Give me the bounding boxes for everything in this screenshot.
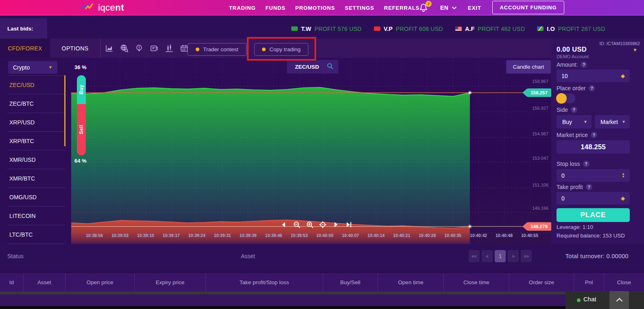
trading-app: iqcent TRADINGFUNDSPROMOTIONSSETTINGSREF…: [0, 0, 644, 309]
place-order-label: Place order ?: [557, 85, 595, 91]
sidebar-item-xmr-usd[interactable]: XMR/USD: [7, 150, 65, 169]
chevron-up-icon: [616, 298, 622, 305]
tab-cfd-forex[interactable]: CFD/FOREX: [0, 39, 50, 58]
asset-sidebar: Crypto ▼ ZEC/USDZEC/BTCXRP/USDXRP/BTCXMR…: [0, 58, 71, 244]
symbol-search-input[interactable]: ZEC/USD: [287, 60, 338, 74]
idea-icon[interactable]: [134, 44, 144, 53]
pagination-next[interactable]: >: [508, 250, 519, 262]
take-profit-input[interactable]: 0 ◆: [557, 192, 630, 205]
flag-icon: [291, 26, 298, 31]
order-panel: ID: ICTAM10369862 0.00 USD ▼ DEMO Accoun…: [551, 39, 644, 244]
price-tick-label: 156.927: [532, 106, 548, 111]
language-selector[interactable]: EN: [440, 0, 456, 15]
pagination-page[interactable]: 1: [495, 250, 506, 262]
diamond-stepper-icon[interactable]: ◆: [621, 196, 625, 201]
help-icon[interactable]: ?: [571, 107, 577, 113]
help-icon[interactable]: ?: [581, 61, 587, 68]
nav-item-funds[interactable]: FUNDS: [266, 5, 286, 11]
candle-chart-button[interactable]: Candle chart: [506, 60, 551, 74]
asset-category-dropdown[interactable]: Crypto ▼: [8, 61, 57, 74]
nav-item-settings[interactable]: SETTINGS: [345, 5, 374, 11]
sidebar-scrollbar[interactable]: [64, 75, 65, 146]
toggle-knob[interactable]: [556, 93, 567, 104]
sidebar-item-xrp-usd[interactable]: XRP/USD: [7, 113, 65, 132]
side-dropdown[interactable]: Buy ▼: [557, 115, 592, 128]
nav-item-trading[interactable]: TRADING: [229, 5, 256, 11]
chart-zoom-in-button[interactable]: [306, 220, 314, 228]
tab-options[interactable]: OPTIONS: [50, 39, 100, 58]
horizontal-scrollbar[interactable]: [0, 292, 644, 294]
help-icon[interactable]: ?: [589, 85, 595, 91]
diamond-stepper-icon[interactable]: ◆: [621, 73, 625, 78]
pagination-prev[interactable]: <: [482, 250, 493, 262]
trader-profit: PROFIT 576 USD: [314, 26, 362, 32]
svg-text:158.257: 158.257: [530, 90, 548, 95]
balance-value[interactable]: 0.00 USD: [557, 46, 587, 53]
pagination-last[interactable]: >>: [521, 250, 532, 262]
chart-jump-latest-button[interactable]: [345, 220, 353, 228]
time-tick-label: 10:40:28: [419, 233, 436, 238]
order-type-value: Market: [600, 119, 618, 125]
chart-pan-right-button[interactable]: [332, 220, 340, 228]
chart-zoom-out-button[interactable]: [293, 220, 301, 228]
copy-trading-button[interactable]: Copy trading: [254, 43, 308, 56]
sidebar-item-xmr-btc[interactable]: XMR/BTC: [7, 169, 65, 188]
logo[interactable]: iqcent: [81, 2, 124, 13]
amount-label: Amount: ?: [557, 61, 587, 68]
logo-text: iqcent: [98, 2, 124, 13]
price-chart[interactable]: 158.867156.927154.987153.047151.106149.1…: [71, 58, 551, 244]
sidebar-item-xrp-btc[interactable]: XRP/BTC: [7, 132, 65, 150]
sidebar-item-zec-usd[interactable]: ZEC/USD: [7, 76, 65, 94]
amount-input[interactable]: 10 ◆: [557, 70, 630, 82]
help-icon[interactable]: ?: [586, 184, 592, 190]
account-funding-button[interactable]: ACCOUNT FUNDING: [492, 1, 564, 14]
price-tick-label: 158.867: [532, 79, 548, 84]
profit-ticker: V.PPROFIT 608 USD: [374, 26, 443, 32]
stop-loss-value: 0: [561, 172, 565, 179]
balance-dropdown-caret[interactable]: ▼: [633, 47, 637, 53]
account-id: ID: ICTAM10369862: [600, 41, 640, 46]
chat-expand-button[interactable]: [609, 291, 629, 309]
side-value: Buy: [562, 119, 572, 125]
price-tick-label: 149.166: [532, 206, 548, 211]
stop-loss-input[interactable]: 0 ▲▼: [557, 169, 630, 182]
notifications-bell-icon[interactable]: 7: [419, 3, 428, 13]
chart-crosshair-button[interactable]: [319, 220, 327, 228]
order-type-dropdown[interactable]: Market ▼: [595, 115, 630, 128]
news-icon[interactable]: [149, 44, 159, 53]
gauge-buy-label: Buy: [79, 85, 84, 94]
place-order-toggle[interactable]: [557, 94, 575, 103]
chat-label: Chat: [583, 296, 596, 302]
trader-contest-button[interactable]: Trader contest: [188, 43, 247, 56]
sidebar-item-zec-btc[interactable]: ZEC/BTC: [7, 94, 65, 113]
profit-ticker: T.WPROFIT 576 USD: [291, 26, 362, 32]
sidebar-item-omg-usd[interactable]: OMG/USD: [7, 188, 65, 207]
area-chart-icon[interactable]: [104, 44, 114, 53]
candlestick-icon[interactable]: [164, 44, 174, 53]
nav-item-referrals[interactable]: REFERRALS: [384, 5, 420, 11]
search-icon[interactable]: [327, 63, 334, 71]
table-header-asset: Asset: [23, 273, 65, 292]
svg-text:148.279: 148.279: [530, 224, 548, 229]
trader-profit: PROFIT 608 USD: [396, 26, 443, 32]
leverage-note: Leverage: 1:10: [557, 224, 593, 230]
time-tick-label: 10:40:07: [342, 233, 359, 238]
help-icon[interactable]: ?: [591, 132, 597, 138]
sidebar-item-litecoin[interactable]: LITECOIN: [7, 207, 65, 225]
table-body-empty: [0, 294, 644, 306]
exit-button[interactable]: EXIT: [468, 0, 481, 15]
help-icon[interactable]: ?: [583, 161, 589, 167]
chart-pan-left-button[interactable]: [279, 220, 288, 228]
nav-item-promotions[interactable]: PROMOTIONS: [295, 5, 335, 11]
time-tick-label: 10:39:39: [240, 233, 257, 238]
globe-search-icon[interactable]: [119, 44, 129, 53]
sidebar-item-ltc-btc[interactable]: LTC/BTC: [7, 225, 65, 244]
place-button[interactable]: PLACE: [557, 208, 630, 222]
amount-value: 10: [561, 73, 568, 79]
price-tick-label: 151.106: [532, 183, 548, 187]
price-tick-label: 154.987: [532, 131, 548, 136]
asset-list: ZEC/USDZEC/BTCXRP/USDXRP/BTCXMR/USDXMR/B…: [7, 75, 65, 244]
chat-widget[interactable]: Chat: [565, 291, 644, 309]
pagination-first[interactable]: <<: [469, 250, 480, 262]
diamond-stepper-icon[interactable]: ▲▼: [622, 173, 625, 178]
